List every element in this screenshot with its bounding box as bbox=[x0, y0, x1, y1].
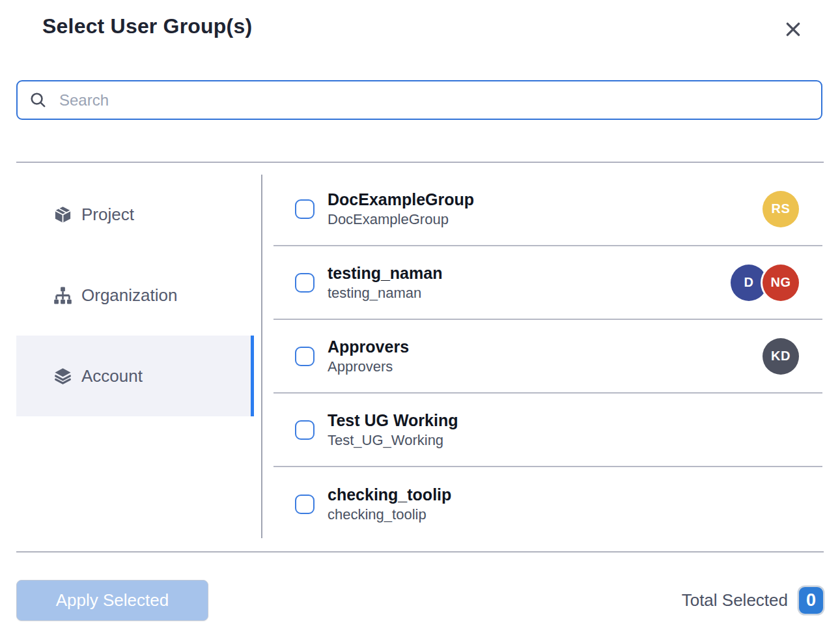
group-text: testing_naman testing_naman bbox=[328, 263, 442, 302]
close-button[interactable] bbox=[781, 17, 805, 42]
search-box bbox=[16, 80, 822, 120]
group-row[interactable]: Approvers Approvers KD bbox=[273, 320, 822, 394]
total-selected-label: Total Selected bbox=[682, 590, 788, 610]
group-subtitle: DocExampleGroup bbox=[328, 210, 474, 229]
group-row[interactable]: DocExampleGroup DocExampleGroup RS bbox=[273, 173, 822, 246]
group-checkbox[interactable] bbox=[295, 495, 315, 514]
layers-icon bbox=[53, 367, 72, 386]
group-row[interactable]: checking_toolip checking_toolip bbox=[273, 467, 822, 541]
sidebar-item-label: Organization bbox=[81, 285, 177, 306]
sidebar-item-project[interactable]: Project bbox=[16, 174, 254, 255]
total-selected: Total Selected 0 bbox=[682, 580, 823, 621]
sidebar-item-label: Account bbox=[81, 366, 143, 386]
avatar-group: D NG bbox=[731, 265, 799, 301]
vertical-divider bbox=[261, 175, 262, 538]
sitemap-icon bbox=[53, 286, 72, 305]
search-icon bbox=[29, 91, 47, 109]
group-row[interactable]: testing_naman testing_naman D NG bbox=[273, 246, 822, 320]
user-group-list: DocExampleGroup DocExampleGroup RS testi… bbox=[273, 173, 822, 541]
group-text: Test UG Working Test_UG_Working bbox=[328, 410, 458, 450]
category-sidebar: Project Organization Account bbox=[16, 174, 254, 416]
apply-selected-button[interactable]: Apply Selected bbox=[16, 580, 208, 621]
header-divider bbox=[16, 162, 824, 163]
close-icon bbox=[783, 19, 804, 40]
group-name: checking_toolip bbox=[328, 485, 451, 504]
footer-divider bbox=[16, 551, 824, 553]
group-name: DocExampleGroup bbox=[328, 190, 474, 209]
group-text: DocExampleGroup DocExampleGroup bbox=[328, 190, 474, 229]
group-checkbox[interactable] bbox=[295, 420, 315, 440]
group-name: testing_naman bbox=[328, 263, 442, 283]
group-checkbox[interactable] bbox=[295, 199, 315, 219]
group-name: Test UG Working bbox=[328, 410, 458, 430]
group-checkbox[interactable] bbox=[295, 347, 315, 366]
group-subtitle: testing_naman bbox=[328, 284, 442, 302]
avatar-group: KD bbox=[763, 338, 799, 375]
group-checkbox[interactable] bbox=[295, 273, 315, 293]
group-subtitle: checking_toolip bbox=[328, 506, 451, 524]
page-title: Select User Group(s) bbox=[42, 14, 252, 38]
avatar-group: RS bbox=[763, 191, 799, 227]
avatar: KD bbox=[763, 338, 799, 375]
sidebar-item-label: Project bbox=[81, 205, 134, 225]
group-name: Approvers bbox=[328, 337, 409, 356]
group-subtitle: Approvers bbox=[328, 358, 409, 376]
sidebar-item-organization[interactable]: Organization bbox=[16, 255, 254, 336]
avatar: D bbox=[731, 265, 767, 301]
group-row[interactable]: Test UG Working Test_UG_Working bbox=[273, 394, 822, 467]
group-subtitle: Test_UG_Working bbox=[328, 431, 458, 450]
select-user-groups-modal: Select User Group(s) Project bbox=[0, 0, 840, 632]
total-selected-badge: 0 bbox=[799, 587, 823, 614]
avatar: RS bbox=[763, 191, 799, 227]
search-input[interactable] bbox=[58, 91, 809, 110]
avatar: NG bbox=[763, 265, 799, 301]
sidebar-item-account[interactable]: Account bbox=[16, 336, 254, 416]
cube-icon bbox=[53, 205, 72, 224]
group-text: checking_toolip checking_toolip bbox=[328, 485, 451, 524]
group-text: Approvers Approvers bbox=[328, 337, 409, 376]
